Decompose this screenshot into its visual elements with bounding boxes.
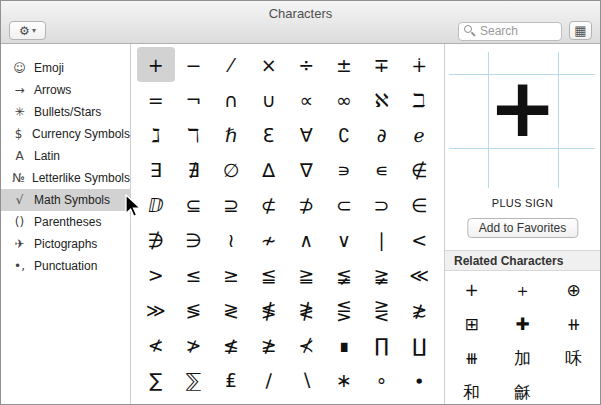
grid-cell[interactable]: ∈ xyxy=(400,187,438,222)
grid-cell[interactable]: ∇ xyxy=(288,152,326,187)
sidebar-item-emoji[interactable]: ☺Emoji xyxy=(1,57,130,79)
grid-cell[interactable]: ≀ xyxy=(212,222,250,257)
grid-cell[interactable]: ∖ xyxy=(288,362,326,397)
grid-cell[interactable]: = xyxy=(137,82,175,117)
grid-cell[interactable]: ℷ xyxy=(137,117,175,152)
grid-cell[interactable]: ≨ xyxy=(325,257,363,292)
grid-cell[interactable]: ⊆ xyxy=(175,187,213,222)
grid-cell[interactable]: ∐ xyxy=(400,327,438,362)
grid-cell[interactable]: ∪ xyxy=(250,82,288,117)
grid-cell[interactable]: ∍ xyxy=(325,152,363,187)
grid-cell[interactable]: ∆ xyxy=(250,152,288,187)
grid-cell[interactable]: ℇ xyxy=(250,117,288,152)
add-to-favorites-button[interactable]: Add to Favorites xyxy=(467,218,578,238)
related-character-cell[interactable]: ⧺ xyxy=(548,307,599,341)
grid-cell[interactable]: ≧ xyxy=(288,257,326,292)
grid-cell[interactable]: ∊ xyxy=(363,152,401,187)
related-character-cell[interactable]: ⊞ xyxy=(446,307,497,341)
sidebar-item-punctuation[interactable]: •,Punctuation xyxy=(1,255,130,277)
grid-cell[interactable]: ⊄ xyxy=(250,187,288,222)
related-character-cell[interactable]: + xyxy=(446,273,497,307)
grid-cell[interactable]: ⅅ xyxy=(137,187,175,222)
grid-cell[interactable]: ∌ xyxy=(137,222,175,257)
related-character-cell[interactable]: 和 xyxy=(446,375,497,405)
grid-cell[interactable]: < xyxy=(400,222,438,257)
sidebar-item-arrows[interactable]: →Arrows xyxy=(1,79,130,101)
grid-cell[interactable]: − xyxy=(175,47,213,82)
related-character-cell[interactable]: ⊕ xyxy=(548,273,599,307)
grid-cell[interactable]: ≫ xyxy=(137,292,175,327)
grid-cell[interactable]: ≹ xyxy=(288,292,326,327)
grid-cell[interactable]: ≦ xyxy=(250,257,288,292)
grid-cell[interactable]: ∂ xyxy=(363,117,401,152)
grid-cell[interactable]: ∑ xyxy=(137,362,175,397)
grid-cell[interactable]: ∃ xyxy=(137,152,175,187)
search-input[interactable] xyxy=(458,22,562,41)
grid-cell[interactable]: ≶ xyxy=(175,292,213,327)
sidebar-item-parentheses[interactable]: ()Parentheses xyxy=(1,211,130,233)
grid-cell[interactable]: ∅ xyxy=(212,152,250,187)
grid-cell[interactable]: ∕ xyxy=(250,362,288,397)
grid-cell[interactable]: ∩ xyxy=(212,82,250,117)
grid-cell[interactable]: ∝ xyxy=(288,82,326,117)
grid-cell[interactable]: ∔ xyxy=(400,47,438,82)
grid-cell[interactable]: ∀ xyxy=(288,117,326,152)
grid-cell[interactable]: ℶ xyxy=(400,82,438,117)
grid-cell[interactable]: ⊃ xyxy=(363,187,401,222)
grid-cell[interactable]: ≁ xyxy=(250,222,288,257)
grid-cell[interactable]: ∄ xyxy=(175,152,213,187)
grid-cell[interactable]: ⋛ xyxy=(363,292,401,327)
grid-cell[interactable]: ≯ xyxy=(175,327,213,362)
grid-cell[interactable]: ≤ xyxy=(175,257,213,292)
grid-cell[interactable]: ÷ xyxy=(288,47,326,82)
grid-cell[interactable]: ⊇ xyxy=(212,187,250,222)
grid-cell[interactable]: ∏ xyxy=(363,327,401,362)
related-character-cell[interactable]: 龢 xyxy=(497,375,548,405)
grid-cell[interactable]: ⁄ xyxy=(212,47,250,82)
grid-cell-selected[interactable]: + xyxy=(137,47,175,82)
grid-cell[interactable]: ℏ xyxy=(212,117,250,152)
grid-cell[interactable]: ≪ xyxy=(400,257,438,292)
grid-cell[interactable]: ∎ xyxy=(325,327,363,362)
grid-cell[interactable]: ∋ xyxy=(175,222,213,257)
sidebar-item-currency-symbols[interactable]: $Currency Symbols xyxy=(1,123,130,145)
sidebar-item-math-symbols[interactable]: √Math Symbols xyxy=(1,189,130,211)
grid-cell[interactable]: ± xyxy=(325,47,363,82)
grid-cell[interactable]: ∣ xyxy=(363,222,401,257)
grid-cell[interactable]: ₤ xyxy=(212,362,250,397)
related-character-cell[interactable]: ＋ xyxy=(497,273,548,307)
grid-cell[interactable]: ≩ xyxy=(363,257,401,292)
grid-cell[interactable]: ∓ xyxy=(363,47,401,82)
grid-cell[interactable]: ∉ xyxy=(400,152,438,187)
related-character-cell[interactable]: ⧻ xyxy=(446,341,497,375)
grid-cell[interactable]: ¬ xyxy=(175,82,213,117)
grid-cell[interactable]: ⊀ xyxy=(288,327,326,362)
grid-cell[interactable]: ℵ xyxy=(363,82,401,117)
related-character-cell[interactable]: 咊 xyxy=(548,341,599,375)
grid-cell[interactable]: ∙ xyxy=(400,362,438,397)
grid-cell[interactable]: ⋚ xyxy=(325,292,363,327)
related-character-cell[interactable]: 加 xyxy=(497,341,548,375)
grid-cell[interactable]: ∨ xyxy=(325,222,363,257)
grid-cell[interactable]: × xyxy=(250,47,288,82)
grid-cell[interactable]: ⊅ xyxy=(288,187,326,222)
grid-cell[interactable]: ≥ xyxy=(212,257,250,292)
panel-toggle-button[interactable]: ▦ xyxy=(569,21,592,40)
grid-cell[interactable]: ∁ xyxy=(325,117,363,152)
settings-button[interactable]: ⚙ ▾ xyxy=(9,21,46,40)
grid-cell[interactable]: ℸ xyxy=(175,117,213,152)
grid-cell[interactable]: ∗ xyxy=(325,362,363,397)
sidebar-item-pictographs[interactable]: ✈Pictographs xyxy=(1,233,130,255)
grid-cell[interactable]: ∞ xyxy=(325,82,363,117)
grid-cell[interactable]: ≵ xyxy=(400,292,438,327)
grid-cell[interactable]: ≱ xyxy=(250,327,288,362)
grid-cell[interactable]: ⅀ xyxy=(175,362,213,397)
sidebar-item-bullets-stars[interactable]: ✳Bullets/Stars xyxy=(1,101,130,123)
grid-cell[interactable]: ≸ xyxy=(250,292,288,327)
related-character-cell[interactable]: ✚ xyxy=(497,307,548,341)
sidebar-item-latin[interactable]: ALatin xyxy=(1,145,130,167)
grid-cell[interactable]: ⊂ xyxy=(325,187,363,222)
grid-cell[interactable]: ≷ xyxy=(212,292,250,327)
grid-cell[interactable]: ∧ xyxy=(288,222,326,257)
sidebar-item-letterlike-symbols[interactable]: №Letterlike Symbols xyxy=(1,167,130,189)
